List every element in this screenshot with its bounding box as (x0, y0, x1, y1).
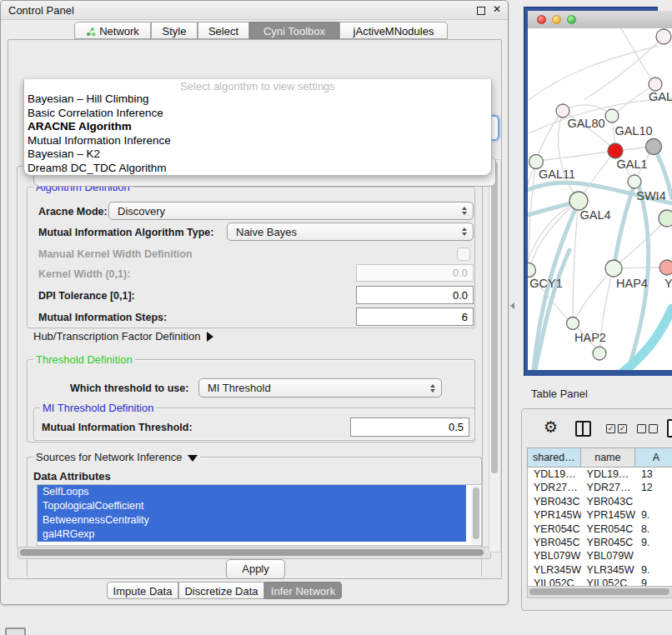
gear-icon[interactable]: ⚙ (544, 418, 558, 437)
column-header[interactable]: name (581, 448, 635, 467)
table-row[interactable]: YER054CYER054C8. (528, 522, 672, 536)
mi-steps-input[interactable] (356, 308, 474, 326)
mi-type-combo[interactable]: Naive Bayes (227, 222, 474, 241)
table-row[interactable]: YBR045CYBR045C9. (528, 536, 672, 549)
deselect-all-icon2[interactable] (649, 424, 658, 433)
float-window-icon[interactable] (477, 7, 485, 15)
network-node-gal10[interactable] (605, 109, 619, 122)
data-attributes-list[interactable]: SelfLoopsTopologicalCoefficientBetweenne… (37, 484, 482, 546)
manual-kernel-checkbox[interactable] (457, 248, 470, 261)
network-node[interactable] (659, 210, 672, 227)
algorithm-option[interactable]: Mutual Information Inference (24, 134, 491, 148)
table-row[interactable]: YDL19…YDL19…13 (528, 468, 672, 481)
aracne-mode-combo[interactable]: Discovery (108, 202, 474, 220)
algorithm-popup-list: Bayesian – Hill ClimbingBasic Correlatio… (24, 92, 491, 176)
table-row[interactable]: YDR27…YDR27…12 (528, 481, 672, 494)
table-row[interactable]: YPR145WYPR145W9. (528, 508, 672, 522)
tab-style[interactable]: Style (151, 22, 198, 39)
tab-infer-network[interactable]: Infer Network (264, 582, 342, 599)
column-selector-icon[interactable] (575, 421, 591, 437)
table-row[interactable]: YBR043CYBR043C (528, 495, 672, 508)
table-cell: YLR345W (581, 563, 635, 577)
table-row[interactable]: YBL079WYBL079W (528, 549, 672, 562)
close-traffic-light-icon[interactable] (537, 15, 546, 24)
kernel-width-input[interactable] (356, 264, 474, 282)
network-window-titlebar[interactable] (528, 11, 672, 29)
dock-panel-icon[interactable] (5, 628, 26, 635)
disclosure-down-icon[interactable] (188, 455, 198, 462)
algorithm-option[interactable]: Bayesian – K2 (24, 148, 491, 162)
tab-impute-data[interactable]: Impute Data (107, 582, 178, 599)
algorithm-option[interactable]: Bayesian – Hill Climbing (24, 92, 491, 107)
close-icon[interactable]: ✕ (493, 3, 501, 15)
hub-definition-disclosure[interactable]: Hub/Transcription Factor Definition (33, 330, 213, 342)
network-node-gal4[interactable] (569, 192, 588, 210)
tab-cyni-toolbox[interactable]: Cyni Toolbox (249, 22, 339, 39)
stepper-icon (430, 383, 441, 393)
manual-kernel-label: Manual Kernel Width Definition (38, 248, 193, 260)
deselect-all-icon[interactable] (637, 424, 646, 433)
table-row[interactable]: YLR345WYLR345W9. (528, 563, 672, 577)
network-node-gal1[interactable] (608, 143, 623, 158)
network-node[interactable] (593, 347, 606, 360)
table-hscrollbar[interactable] (527, 586, 672, 598)
column-header[interactable]: A (635, 448, 672, 467)
table-cell: YER054C (528, 522, 581, 536)
network-node[interactable] (656, 29, 671, 44)
tab-jactivemnodules[interactable]: jActiveMNodules (339, 22, 448, 39)
network-node-y[interactable] (659, 260, 672, 275)
network-edge (617, 308, 672, 370)
select-all-icon[interactable]: ✓ (606, 424, 615, 433)
table-panel-title: Table Panel (531, 388, 588, 400)
tab-discretize-data[interactable]: Discretize Data (178, 582, 264, 599)
network-node-gal11[interactable] (529, 155, 544, 169)
data-attribute-item[interactable]: BetweennessCentrality (38, 513, 466, 528)
table-header-row[interactable]: shared…nameA (528, 448, 672, 468)
export-table-icon[interactable] (667, 419, 672, 438)
select-all-icon2[interactable]: ✓ (618, 424, 627, 433)
network-node-swi4[interactable] (628, 175, 641, 188)
network-node-gal80[interactable] (556, 104, 569, 118)
mi-threshold-input[interactable] (350, 418, 469, 437)
zoom-traffic-light-icon[interactable] (567, 15, 576, 24)
node-table[interactable]: shared…nameA YDL19…YDL19…13YDR27…YDR27…1… (527, 448, 672, 592)
sources-group-title[interactable]: Sources for Network Inference (33, 451, 200, 463)
settings-hscrollbar[interactable] (18, 547, 491, 559)
algorithm-option[interactable]: Basic Correlation Inference (24, 107, 491, 121)
disclosure-right-icon[interactable] (207, 332, 213, 342)
splitter-collapse-icon[interactable] (510, 302, 514, 309)
data-attribute-item[interactable]: gal4RGexp (38, 528, 466, 542)
settings-vscrollbar[interactable] (489, 159, 501, 552)
node-label: GAL11 (539, 168, 575, 181)
network-edge (563, 105, 611, 115)
network-edge (573, 202, 579, 322)
node-label: GAL1 (616, 158, 647, 171)
control-panel-title: Control Panel (8, 4, 74, 17)
apply-button[interactable]: Apply (226, 559, 285, 579)
mi-type-label: Mutual Information Algorithm Type: (38, 227, 213, 238)
table-cell: YDL19… (581, 468, 635, 481)
table-cell: YPR145W (581, 508, 635, 522)
network-node-gal[interactable] (649, 78, 662, 91)
minimize-traffic-light-icon[interactable] (552, 15, 561, 24)
column-header[interactable]: shared… (528, 448, 581, 467)
data-attribute-item[interactable]: TopologicalCoefficient (38, 499, 466, 513)
attr-list-scrollbar[interactable] (471, 486, 480, 544)
network-node-gcy1[interactable] (528, 263, 536, 278)
attr-items: SelfLoopsTopologicalCoefficientBetweenne… (38, 485, 481, 542)
which-threshold-combo[interactable]: MI Threshold (198, 378, 442, 398)
network-node[interactable] (646, 139, 662, 155)
algorithm-option[interactable]: Dream8 DC_TDC Algorithm (24, 162, 491, 176)
network-node-hap4[interactable] (605, 260, 622, 277)
network-node-hap2[interactable] (567, 318, 579, 330)
mi-steps-label: Mutual Information Steps: (38, 312, 167, 323)
data-attribute-item[interactable]: SelfLoops (38, 485, 466, 499)
tab-network[interactable]: Network (74, 22, 151, 39)
network-canvas[interactable]: GALGAL80GAL10GAL1GAL11SWI4GAL4GCY1HAP4YH… (528, 28, 672, 370)
dpi-tolerance-input[interactable] (356, 286, 474, 304)
tab-select[interactable]: Select (198, 22, 249, 39)
algorithm-option[interactable]: ARACNE Algorithm (24, 120, 491, 134)
network-edge (529, 46, 659, 100)
control-panel-titlebar[interactable]: Control Panel ✕ (1, 1, 508, 20)
mi-threshold-label: Mutual Information Threshold: (42, 422, 193, 433)
